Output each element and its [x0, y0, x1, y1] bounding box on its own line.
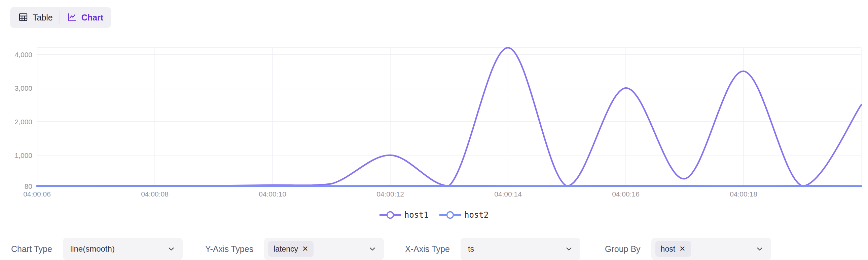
y-axis-types-control: Y-Axis Types latency ✕	[205, 238, 384, 260]
y-axis-types-select[interactable]: latency ✕	[264, 238, 384, 260]
latency-tag: latency ✕	[268, 241, 314, 257]
chevron-down-icon[interactable]	[166, 244, 176, 254]
group-by-label: Group By	[605, 244, 641, 254]
svg-text:04:00:12: 04:00:12	[376, 190, 404, 198]
svg-text:04:00:08: 04:00:08	[141, 190, 168, 198]
chevron-down-icon[interactable]	[368, 244, 377, 254]
svg-text:04:00:16: 04:00:16	[612, 190, 640, 198]
svg-text:04:00:10: 04:00:10	[259, 190, 286, 198]
svg-text:04:00:06: 04:00:06	[23, 190, 51, 198]
group-by-control: Group By host ✕	[605, 238, 771, 260]
legend-item-host2[interactable]: host2	[439, 210, 489, 220]
chart-type-label: Chart Type	[11, 244, 52, 254]
svg-text:04:00:14: 04:00:14	[494, 190, 522, 198]
chart-view-page: Table Chart 801,0002,0003,0004,00004:00:…	[0, 0, 868, 260]
group-by-select[interactable]: host ✕	[651, 238, 771, 260]
legend-item-host1[interactable]: host1	[379, 210, 429, 220]
chart-type-select[interactable]: line(smooth)	[63, 238, 183, 260]
host-tag-text: host	[661, 245, 675, 254]
x-axis-type-label: X-Axis Type	[405, 244, 450, 254]
chart-legend: host1host2	[0, 210, 868, 220]
remove-host-icon[interactable]: ✕	[679, 245, 685, 253]
x-axis-type-select[interactable]: ts	[461, 238, 580, 260]
legend-label-host1: host1	[404, 210, 429, 220]
legend-marker-host2	[439, 210, 461, 220]
host-tag: host ✕	[655, 241, 691, 257]
legend-label-host2: host2	[464, 210, 489, 220]
chart-type-value: line(smooth)	[70, 244, 115, 254]
chevron-down-icon[interactable]	[564, 244, 574, 254]
x-axis-type-value: ts	[468, 244, 474, 254]
chevron-down-icon[interactable]	[755, 244, 764, 254]
x-axis-type-control: X-Axis Type ts	[405, 238, 580, 260]
svg-text:3,000: 3,000	[14, 84, 32, 92]
legend-marker-host1	[379, 210, 401, 220]
y-axis-types-label: Y-Axis Types	[205, 244, 253, 254]
line-chart-canvas[interactable]: 801,0002,0003,0004,00004:00:0604:00:0804…	[0, 0, 868, 208]
svg-text:1,000: 1,000	[14, 151, 32, 159]
remove-latency-icon[interactable]: ✕	[302, 245, 308, 253]
svg-text:04:00:18: 04:00:18	[730, 190, 757, 198]
latency-tag-text: latency	[274, 245, 298, 254]
chart-type-control: Chart Type line(smooth)	[11, 238, 183, 260]
svg-text:4,000: 4,000	[14, 51, 32, 59]
svg-text:80: 80	[25, 182, 32, 190]
svg-text:2,000: 2,000	[14, 118, 32, 126]
